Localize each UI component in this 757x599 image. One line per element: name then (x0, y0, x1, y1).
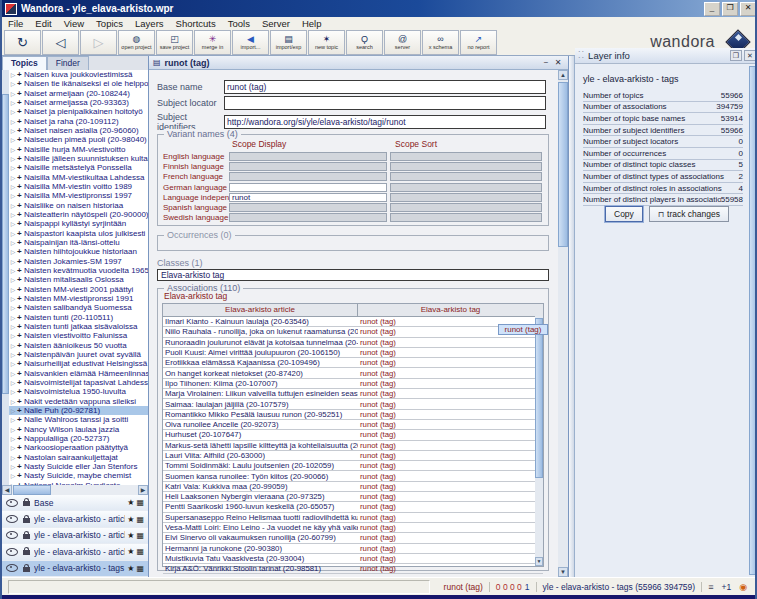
association-row[interactable]: Elvi Sinervo oli vakaumuksen runoilija (… (163, 533, 543, 543)
expand-icon[interactable]: ▷ (9, 332, 17, 339)
scroll-thumb[interactable] (749, 66, 757, 575)
variant-display-cell[interactable]: runot (229, 193, 387, 202)
variant-language-label[interactable]: Finnish language (158, 162, 229, 171)
scroll-thumb[interactable] (558, 82, 568, 247)
tree-item[interactable]: ▷ + Naisille metsästelyä Ponssella (9, 163, 148, 172)
variant-language-label[interactable]: Spanish language (158, 203, 229, 212)
tree-item[interactable]: ▷ + Naisten mitalisaalis Oslossa (9, 275, 148, 284)
layer-row[interactable]: yle - elava-arkisto - articles ★ ▦ (2, 511, 148, 527)
tree-item[interactable]: ▷ + Naisten äänioikeus 50 vuotta (9, 341, 148, 350)
tree-item[interactable]: ▷ + Naiset ja raha (20-109112) (9, 117, 148, 126)
lock-icon[interactable] (23, 501, 30, 506)
expand-icon[interactable]: ▷ (9, 416, 17, 423)
subject-locator-field[interactable] (224, 96, 546, 110)
association-article[interactable]: Erotiikkaa elämässä Kajaanissa (20-10949… (163, 358, 358, 367)
layer-row[interactable]: Base ★ ▦ (2, 495, 148, 511)
lock-icon[interactable] (23, 550, 30, 555)
association-article[interactable]: Muistikuvia Tatu Vaaskivesta (20-93004) (163, 554, 358, 563)
toolbar-button[interactable]: ∞ x schema (422, 30, 459, 55)
association-article[interactable]: Tommi Soidinmäki: Laulu joutsenien (20-1… (163, 461, 358, 470)
expand-icon[interactable]: ▷ (9, 351, 17, 358)
association-article[interactable]: Suomen kansa runoilee: Työn kiitos (20-9… (163, 472, 358, 481)
expand-icon[interactable]: ▷ (9, 183, 17, 190)
expand-icon[interactable]: ▷ (9, 267, 17, 274)
expand-icon[interactable]: ▷ (9, 454, 17, 461)
association-article[interactable]: Puoli Kuusi: Aimei virittää joulupuuron … (163, 348, 358, 357)
tree-item[interactable]: ▷ + Naistenpäivän juuret ovat syvällä (9, 350, 148, 359)
expand-icon[interactable]: ▷ (9, 323, 17, 330)
variant-sort-cell[interactable] (390, 213, 542, 222)
tree-item[interactable]: ▷ + Nancy Wilson laulaa jazzia (9, 424, 148, 433)
expand-icon[interactable]: ▷ (9, 99, 17, 106)
association-article[interactable]: Marja Virolainen: Liikun valveilla tuttu… (163, 389, 358, 398)
menu-item[interactable]: View (58, 18, 90, 29)
tree-item[interactable]: ▷ + Nasty Suicide, maybe chemist (9, 471, 148, 480)
associations-scrollbar[interactable]: ▼ (535, 316, 543, 566)
visibility-eye-icon[interactable] (6, 515, 18, 523)
expand-icon[interactable]: ▷ (9, 360, 17, 367)
layer-row[interactable]: yle - elava-arkisto - tags ★ ▦ (2, 561, 148, 577)
expand-icon[interactable]: ▷ (9, 314, 17, 321)
association-article[interactable]: Markus-setä lähetti lapsille kiltteyttä … (163, 441, 358, 450)
visibility-eye-icon[interactable] (6, 548, 18, 556)
expand-icon[interactable]: ▷ (9, 472, 17, 479)
tree-item[interactable]: ▷ + Naispainijan itä-länsi-ottelu (9, 238, 148, 247)
association-tag[interactable]: runot (tag) (358, 564, 543, 573)
association-row[interactable]: Muistikuvia Tatu Vaaskivesta (20-93004) … (163, 554, 543, 564)
association-tag[interactable]: runot (tag) (358, 472, 543, 481)
association-article[interactable]: Ilpo Tiihonen: Kiima (20-107007) (163, 379, 358, 388)
tree-item[interactable]: ▷ + Naisille jälleen suunnistuksen kulta… (9, 154, 148, 163)
lock-icon[interactable] (23, 567, 30, 572)
association-tag[interactable]: runot (tag) (358, 461, 543, 470)
tree-item[interactable]: ▷ + Naisilla MM-viestin voitto 1989 (9, 182, 148, 191)
association-tag[interactable]: runot (tag) (358, 544, 543, 553)
toolbar-button[interactable]: ✳ merge in (194, 30, 231, 55)
association-row[interactable]: On hanget korkeat nietokset (20-87420) r… (163, 368, 543, 378)
expand-icon[interactable]: ▷ (9, 90, 17, 97)
layer-info-header[interactable]: ⁚⁚ Layer info ❒ ✕ (575, 48, 757, 64)
expand-icon[interactable]: ▷ (9, 127, 17, 134)
title-bar[interactable]: Wandora - yle_elava-arkisto.wpr _ ❒ ✕ (2, 0, 757, 17)
expand-icon[interactable]: ▷ (9, 444, 17, 451)
layer-info-scrollbar[interactable] (749, 66, 757, 575)
association-tag[interactable]: runot (tag) (358, 358, 543, 367)
class-item[interactable]: Elava-arkisto tag (161, 270, 224, 280)
scroll-right-icon[interactable]: ▶ (138, 485, 148, 495)
toolbar-button[interactable]: ▤ import/exp (270, 30, 307, 55)
tree-item[interactable]: ▷ + Naisten kevätmuotia vuodelta 1965 (9, 266, 148, 275)
tree-item[interactable]: ▷ + Nastolan sairaankuljettajat (9, 452, 148, 461)
association-tag[interactable]: runot (tag) (358, 410, 543, 419)
expand-icon[interactable]: ▷ (9, 230, 17, 237)
tree-item[interactable]: ▷ + Naisvoimistelijat tapasivat Lahdessa (9, 378, 148, 387)
tree-item[interactable]: ▷ + Naisille hurja MM-viestivoitto (9, 145, 148, 154)
tree-item[interactable]: ▷ + Naispappi kyllästyi syrjintään (9, 219, 148, 228)
expand-icon[interactable]: ▷ (9, 276, 17, 283)
toolbar-button[interactable]: ◀ import... (232, 30, 269, 55)
variant-display-cell[interactable] (229, 203, 387, 212)
expand-icon[interactable]: ▷ (9, 239, 17, 246)
visibility-eye-icon[interactable] (6, 499, 18, 507)
association-tag[interactable]: runot (tag) (358, 420, 543, 429)
tree-item[interactable]: ▷ + Naisten tunti (20-110511) (9, 313, 148, 322)
association-row[interactable]: Runoraadin joulurunot elävät ja kotoisaa… (163, 338, 543, 348)
menu-item[interactable]: Server (256, 18, 296, 29)
association-article[interactable]: Saimaa: laulajan jäljillä (20-107579) (163, 400, 358, 409)
association-article[interactable]: Kirja A&Ö: Vänrikki Stoolin tarinat (20-… (163, 564, 358, 573)
variant-language-label[interactable]: Language independent (158, 193, 229, 202)
association-row[interactable]: Katri Vala: Kukkiva maa (20-99059) runot… (163, 482, 543, 492)
tree-item[interactable]: ▷ + Naisten hiihtojoukkue historiaan (9, 247, 148, 256)
menu-item[interactable]: Topics (90, 18, 129, 29)
association-tag[interactable]: runot (tag) (358, 513, 543, 522)
variant-display-cell[interactable] (229, 172, 387, 181)
visibility-eye-icon[interactable] (6, 531, 18, 539)
panel-minimize-icon[interactable]: − (540, 58, 552, 67)
toolbar-button[interactable]: @ server (384, 30, 421, 55)
toolbar-button[interactable]: ↻ (4, 30, 41, 55)
variant-sort-cell[interactable] (390, 193, 542, 202)
tree-item[interactable]: ▷ + Naiset armeijaan (20-108244) (9, 89, 148, 98)
tree-item[interactable]: ▷ + Naiseuden pimeä puoli (20-98040) (9, 135, 148, 144)
topic-panel-header[interactable]: ▤ runot (tag) − ✕ (149, 56, 568, 70)
expand-icon[interactable]: ▷ (9, 80, 17, 87)
association-tag[interactable]: runot (tag) (358, 389, 543, 398)
menu-item[interactable]: File (2, 18, 29, 29)
